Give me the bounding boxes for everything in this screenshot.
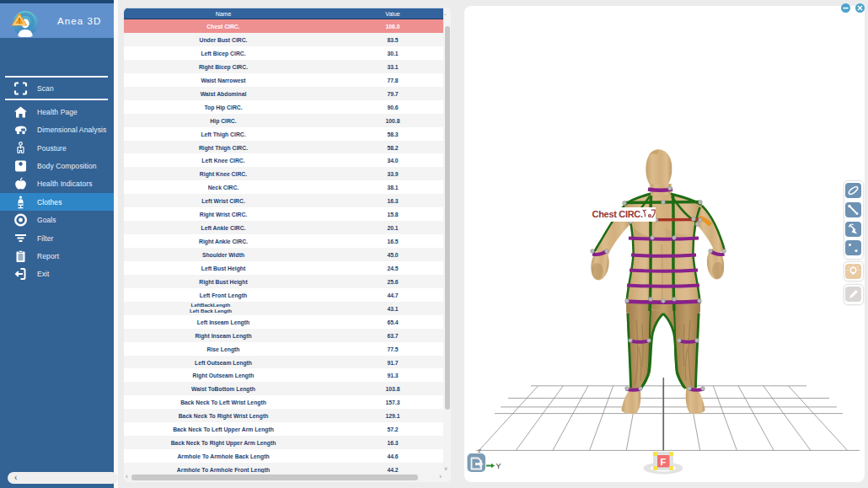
svg-text:z: z bbox=[478, 447, 481, 454]
svg-text:Y: Y bbox=[496, 462, 501, 470]
svg-text:F: F bbox=[661, 457, 667, 467]
svg-text:Chest CIRC.: Chest CIRC. bbox=[592, 209, 644, 219]
